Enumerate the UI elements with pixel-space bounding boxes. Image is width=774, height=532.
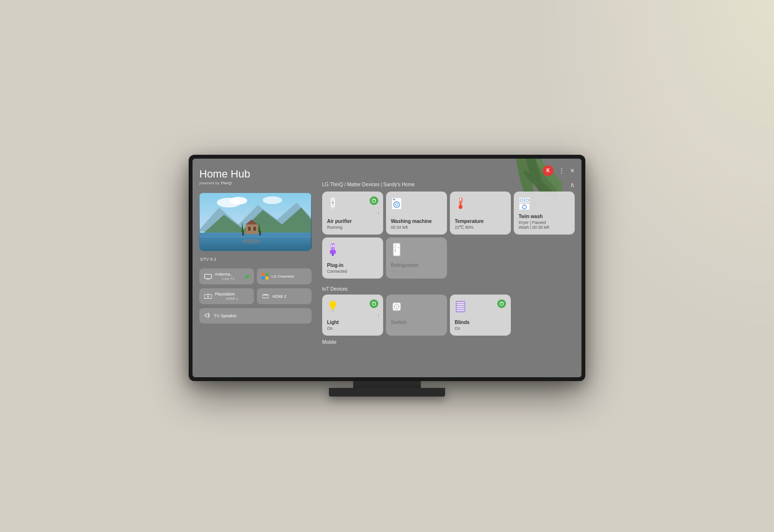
blinds-icon: [455, 299, 466, 314]
hdmi2-icon: [262, 294, 269, 299]
powered-by-label: powered by ThinQ: [199, 181, 312, 185]
lg-channels-btn[interactable]: LG Channels: [257, 268, 312, 284]
hdmi2-btn[interactable]: HDMI 2: [257, 288, 312, 304]
tv-stand-neck: [353, 381, 421, 388]
svg-marker-34: [205, 313, 208, 318]
antenna-connected-indicator: [245, 275, 249, 279]
svg-rect-66: [395, 249, 396, 252]
antenna-sub: Live TV: [215, 277, 242, 281]
svg-rect-26: [266, 273, 268, 276]
svg-rect-75: [457, 302, 464, 303]
svg-rect-47: [460, 201, 461, 206]
tv-stand-base: [329, 388, 445, 397]
tv-icon: [204, 274, 212, 280]
tv-screen: Home Hub powered by ThinQ: [193, 159, 581, 377]
plug-in-card[interactable]: Plug-in Connected: [322, 237, 383, 279]
iot-empty-slot: [514, 295, 575, 336]
svg-rect-78: [457, 308, 464, 309]
svg-rect-62: [333, 245, 334, 247]
plug-in-name: Plug-in: [327, 263, 378, 268]
svg-marker-33: [263, 294, 268, 295]
refrigerator-name: Refrigerator: [391, 263, 442, 268]
mobile-section-title: Mobile: [322, 340, 336, 345]
antenna-label: Antenna..: [215, 272, 242, 277]
playstation-icon: [204, 294, 212, 299]
blinds-name: Blinds: [455, 320, 506, 325]
light-power-btn[interactable]: [370, 299, 378, 308]
twin-wash-status-2: Wash | 00:38 left: [519, 225, 570, 230]
more-options-btn[interactable]: ⋮: [558, 167, 565, 175]
tv-frame: Home Hub powered by ThinQ: [189, 155, 585, 381]
svg-rect-67: [331, 310, 334, 310]
temperature-name: Temperature: [455, 219, 506, 224]
washing-machine-name: Washing machine: [391, 219, 442, 224]
svg-rect-79: [457, 310, 464, 311]
svg-rect-27: [262, 277, 265, 280]
svg-rect-77: [457, 306, 464, 307]
blinds-power-btn[interactable]: [497, 299, 506, 308]
light-card[interactable]: Light On ›: [322, 295, 383, 336]
tv-speaker-label: TV Speaker: [214, 313, 237, 318]
svg-rect-28: [266, 277, 268, 280]
left-panel: Home Hub powered by ThinQ: [193, 159, 318, 377]
svg-rect-61: [331, 245, 332, 247]
air-purifier-arrow: ›: [378, 210, 379, 216]
mobile-section-header: Mobile: [322, 340, 575, 345]
svg-rect-68: [332, 310, 334, 311]
blinds-card[interactable]: Blinds On: [450, 295, 511, 336]
svg-rect-59: [330, 250, 336, 254]
temperature-icon: [455, 196, 466, 211]
svg-rect-60: [332, 254, 334, 256]
svg-rect-15: [253, 227, 256, 231]
right-panel: K ⋮ ✕ LG ThinQ / Matter Devices | Sandy'…: [318, 159, 581, 377]
thinq-section-title: LG ThinQ / Matter Devices | Sandy's Home: [322, 182, 415, 187]
plug-in-status: Connected: [327, 269, 378, 274]
user-avatar[interactable]: K: [543, 165, 553, 176]
iot-section-header: IoT Devices: [322, 286, 575, 292]
svg-rect-65: [395, 245, 396, 247]
thinq-section-header: LG ThinQ / Matter Devices | Sandy's Home…: [322, 181, 575, 189]
tv-wrapper: Home Hub powered by ThinQ: [189, 155, 585, 397]
antenna-source-btn[interactable]: Antenna.. Live TV: [199, 268, 254, 284]
svg-point-8: [263, 196, 282, 204]
thinq-devices-grid: Air purifier Running ›: [322, 192, 575, 235]
air-purifier-power-btn[interactable]: [370, 196, 378, 205]
svg-rect-12: [246, 224, 258, 234]
plug-in-icon: [327, 242, 339, 257]
source-row-1: Antenna.. Live TV: [199, 268, 312, 284]
temperature-status: 22℃ 80%: [455, 225, 506, 230]
empty-slot-1: [450, 237, 511, 279]
thinq-collapse-btn[interactable]: ∧: [570, 181, 575, 189]
header-row: K ⋮ ✕: [322, 165, 575, 176]
switch-status: Disconnected: [391, 326, 442, 331]
empty-slot-2: [514, 237, 575, 279]
washing-machine-card[interactable]: Washing machine 00:34 left: [386, 192, 447, 235]
twin-wash-card[interactable]: Twin wash Dryer | Paused Wash | 00:38 le…: [514, 192, 575, 235]
svg-rect-38: [331, 208, 335, 209]
switch-name: Switch: [391, 320, 442, 325]
svg-rect-22: [205, 274, 211, 279]
tv-preview[interactable]: [199, 193, 312, 251]
svg-point-21: [242, 239, 261, 244]
close-btn[interactable]: ✕: [570, 167, 575, 174]
temperature-card[interactable]: Temperature 22℃ 80%: [450, 192, 511, 235]
twin-wash-name: Twin wash: [519, 214, 570, 219]
svg-point-7: [230, 197, 247, 205]
header-controls: K ⋮ ✕: [543, 165, 575, 176]
mobile-section: Mobile: [322, 340, 575, 348]
refrigerator-card[interactable]: Refrigerator Disconnected: [386, 237, 447, 279]
svg-rect-63: [393, 243, 400, 256]
speaker-icon: [204, 312, 211, 320]
air-purifier-name: Air purifier: [327, 219, 378, 224]
tv-stand: [189, 381, 585, 397]
twin-wash-status-1: Dryer | Paused: [519, 220, 570, 225]
playstation-btn[interactable]: Playstation HDMI 1: [199, 288, 254, 304]
tv-speaker-btn[interactable]: TV Speaker: [199, 308, 312, 324]
svg-rect-76: [457, 304, 464, 305]
iot-devices-grid: Light On ›: [322, 295, 575, 336]
lg-channels-icon: [262, 273, 268, 281]
air-purifier-card[interactable]: Air purifier Running ›: [322, 192, 383, 235]
svg-rect-14: [248, 227, 251, 231]
switch-card[interactable]: Switch Disconnected: [386, 295, 447, 336]
refrigerator-icon: [391, 242, 402, 257]
